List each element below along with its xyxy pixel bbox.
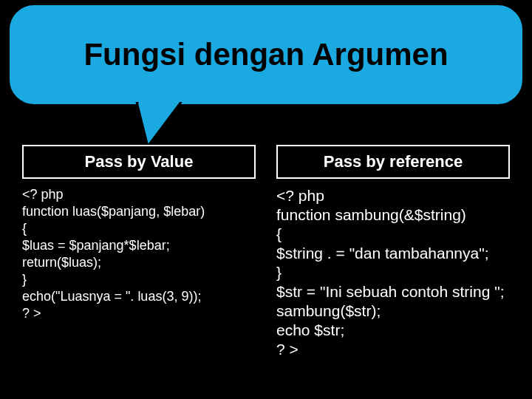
column-header-left: Pass by Value: [22, 145, 256, 179]
column-pass-by-reference: Pass by reference <? php function sambun…: [276, 145, 510, 399]
svg-marker-0: [137, 102, 181, 146]
content-columns: Pass by Value <? php function luas($panj…: [22, 145, 510, 399]
code-block-right: <? php function sambung(&$string) { $str…: [276, 186, 510, 359]
column-pass-by-value: Pass by Value <? php function luas($panj…: [22, 145, 256, 399]
slide-title: Fungsi dengan Argumen: [83, 37, 448, 72]
code-block-left: <? php function luas($panjang, $lebar) {…: [22, 186, 256, 322]
title-bubble: Fungsi dengan Argumen: [7, 3, 525, 106]
svg-marker-1: [138, 102, 180, 104]
column-header-right: Pass by reference: [276, 145, 510, 179]
